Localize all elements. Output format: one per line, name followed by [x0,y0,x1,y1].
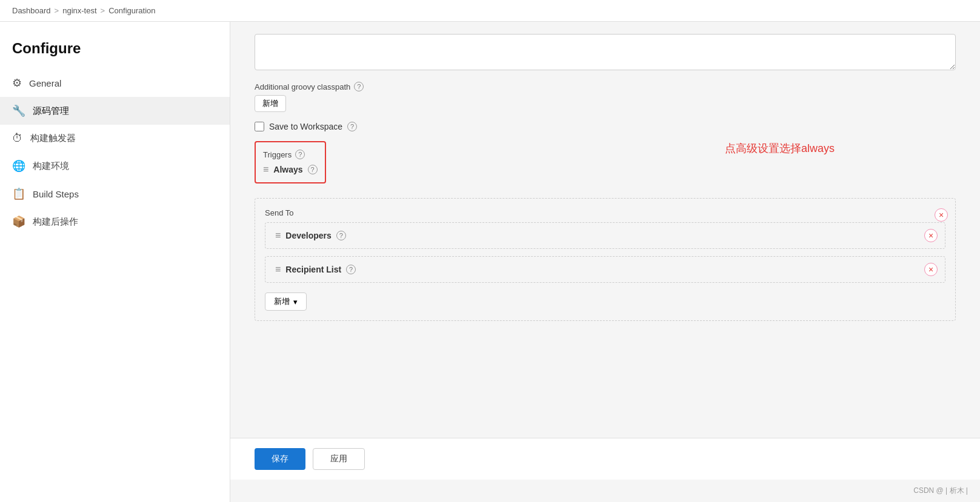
groovy-classpath-help[interactable]: ? [354,82,364,91]
apply-button[interactable]: 应用 [313,448,365,470]
sidebar-item-post-build[interactable]: 📦 构建后操作 [0,208,230,236]
footer-text: CSDN @ | 析木 | [913,486,968,495]
add-new-dropdown-button[interactable]: 新增 ▾ [265,292,307,311]
drag-handle-always[interactable]: ≡ [263,164,268,175]
sidebar-label-post-build: 构建后操作 [33,216,78,228]
sidebar-item-general[interactable]: ⚙ General [0,69,230,97]
developers-help[interactable]: ? [336,231,346,240]
add-new-label: 新增 [274,296,290,307]
footer: CSDN @ | 析木 | [230,480,980,502]
bottom-action-bar: 保存 应用 [230,438,980,480]
groovy-classpath-label: Additional groovy classpath [255,82,350,91]
recipient-list-label: Recipient List [285,265,341,274]
save-button[interactable]: 保存 [255,448,305,470]
breadcrumb-config: Configuration [108,6,155,15]
sidebar: Configure ⚙ General 🔧 源码管理 ⏱ 构建触发器 🌐 构建环… [0,22,230,502]
breadcrumb-sep1: > [55,6,59,15]
drag-handle-recipient[interactable]: ≡ [275,264,281,275]
sidebar-item-triggers[interactable]: ⏱ 构建触发器 [0,125,230,152]
sidebar-item-env[interactable]: 🌐 构建环境 [0,152,230,180]
close-developers-button[interactable]: × [924,229,938,242]
add-groovy-button[interactable]: 新增 [255,95,286,112]
always-help[interactable]: ? [308,165,318,174]
triggers-section: Triggers ? ≡ Always ? [255,141,326,183]
save-to-workspace-help[interactable]: ? [347,122,357,131]
sidebar-label-env: 构建环境 [33,160,69,172]
sidebar-title: Configure [0,34,230,69]
triggers-label-text: Triggers [263,150,292,159]
drag-handle-developers[interactable]: ≡ [275,230,281,241]
sidebar-label-triggers: 构建触发器 [30,133,76,144]
post-build-icon: 📦 [12,215,25,228]
groovy-textarea[interactable] [255,34,956,70]
sidebar-item-source[interactable]: 🔧 源码管理 [0,97,230,125]
always-item: ≡ Always ? [263,164,318,175]
sidebar-label-source: 源码管理 [33,105,69,117]
send-to-label: Send To [265,208,945,217]
sidebar-label-build-steps: Build Steps [33,189,79,199]
sidebar-label-general: General [29,78,61,88]
save-to-workspace-checkbox[interactable] [255,122,264,131]
breadcrumb-nginx[interactable]: nginx-test [62,6,96,15]
trigger-icon: ⏱ [12,132,23,145]
close-outer-button[interactable]: × [935,208,948,222]
sidebar-item-build-steps[interactable]: 📋 Build Steps [0,180,230,208]
developers-row: ≡ Developers ? × [265,222,945,249]
gear-icon: ⚙ [12,76,22,90]
recipient-list-row: ≡ Recipient List ? × [265,256,945,283]
breadcrumb: Dashboard > nginx-test > Configuration [0,0,980,22]
close-recipient-button[interactable]: × [924,263,938,276]
recipient-list-help[interactable]: ? [346,265,356,274]
source-icon: 🔧 [12,104,25,117]
save-to-workspace-label: Save to Workspace [269,122,342,131]
annotation-text: 点高级设置选择always [725,141,835,156]
groovy-classpath-row: Additional groovy classpath ? 新增 [255,82,956,112]
triggers-help[interactable]: ? [295,150,305,159]
dropdown-chevron-icon: ▾ [293,297,298,306]
breadcrumb-sep2: > [101,6,105,15]
build-steps-icon: 📋 [12,187,25,200]
developers-label: Developers [285,231,331,240]
always-label: Always [273,165,302,174]
env-icon: 🌐 [12,159,25,173]
save-to-workspace-row: Save to Workspace ? [255,122,956,131]
main-content: Additional groovy classpath ? 新增 Save to… [230,22,980,438]
breadcrumb-dashboard[interactable]: Dashboard [12,6,51,15]
groovy-textarea-row [255,34,956,72]
